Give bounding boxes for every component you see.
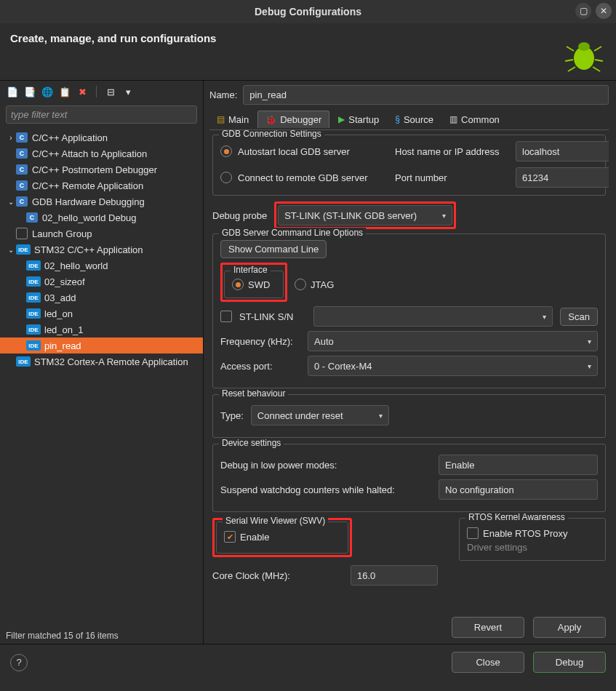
- reset-type-select[interactable]: Connect under reset▾: [251, 405, 389, 426]
- tab-debugger[interactable]: 🐞Debugger: [257, 111, 329, 128]
- apply-button[interactable]: Apply: [533, 617, 606, 638]
- tree-item[interactable]: C02_hello_world Debug: [0, 209, 203, 225]
- tree-item-label: C/C++ Application: [32, 132, 108, 143]
- tree-item[interactable]: ›CC/C++ Application: [0, 129, 203, 145]
- swv-legend: Serial Wire Viewer (SWV): [223, 516, 328, 526]
- gdb-connection-legend: GDB Connection Settings: [219, 130, 324, 139]
- new-config-icon[interactable]: 📄: [6, 85, 19, 98]
- autostart-radio[interactable]: [220, 145, 232, 157]
- frequency-label: Frequency (kHz):: [220, 336, 300, 347]
- new-prototype-icon[interactable]: 📑: [23, 85, 36, 98]
- tab-main[interactable]: ▤Main: [209, 111, 256, 128]
- port-input[interactable]: [516, 167, 609, 188]
- tree-item[interactable]: IDEled_on: [0, 305, 203, 321]
- autostart-label: Autostart local GDB server: [238, 146, 391, 157]
- window-maximize-button[interactable]: ▢: [575, 3, 591, 19]
- connect-remote-label: Connect to remote GDB server: [238, 172, 391, 183]
- tab-common[interactable]: ▥Common: [442, 111, 507, 128]
- tree-item[interactable]: IDE02_hello_world: [0, 257, 203, 273]
- frequency-select[interactable]: Auto▾: [308, 331, 598, 351]
- gdb-server-cmd-group: GDB Server Command Line Options Show Com…: [212, 233, 606, 388]
- stlink-sn-label: ST-LINK S/N: [239, 311, 306, 322]
- tree-item-label: led_on: [44, 308, 73, 319]
- filter-input[interactable]: [6, 105, 197, 124]
- svg-line-5: [595, 60, 603, 61]
- swv-enable-checkbox[interactable]: ✔: [224, 531, 236, 543]
- collapse-all-icon[interactable]: ⊟: [104, 85, 117, 98]
- chevron-down-icon: ▾: [588, 362, 591, 370]
- window-close-button[interactable]: ✕: [596, 3, 612, 19]
- tree-item[interactable]: CC/C++ Remote Application: [0, 177, 203, 193]
- dialog-footer: ? Close Debug: [0, 644, 616, 680]
- stlink-sn-checkbox[interactable]: [220, 311, 232, 322]
- tree-item[interactable]: IDEpin_read: [0, 337, 203, 354]
- twisty-icon: ⌄: [6, 246, 16, 254]
- jtag-radio[interactable]: [295, 279, 306, 290]
- tree-item-label: 03_add: [44, 292, 76, 303]
- c-icon: C: [16, 148, 28, 159]
- chevron-down-icon: ▾: [543, 313, 546, 321]
- svg-line-4: [565, 60, 573, 61]
- gdb-cmd-legend: GDB Server Command Line Options: [219, 228, 366, 238]
- scan-button[interactable]: Scan: [560, 308, 598, 326]
- tab-bar: ▤Main 🐞Debugger ▶Startup §Source ▥Common: [209, 109, 609, 130]
- stlink-sn-select[interactable]: ▾: [313, 306, 553, 327]
- tree-item-label: C/C++ Attach to Application: [32, 148, 147, 159]
- swd-radio[interactable]: [232, 279, 244, 290]
- core-clock-input[interactable]: [351, 565, 438, 586]
- tree-item[interactable]: Launch Group: [0, 225, 203, 241]
- connect-remote-radio[interactable]: [220, 172, 232, 183]
- config-tree[interactable]: ›CC/C++ ApplicationCC/C++ Attach to Appl…: [0, 127, 203, 628]
- watchdog-label: Suspend watchdog counters while halted:: [220, 484, 439, 495]
- delete-icon[interactable]: ✖: [76, 85, 89, 98]
- rtos-enable-checkbox[interactable]: [467, 527, 479, 539]
- access-port-label: Access port:: [220, 361, 300, 372]
- svg-line-7: [593, 67, 600, 71]
- debug-button[interactable]: Debug: [533, 652, 606, 673]
- close-button[interactable]: Close: [452, 652, 524, 673]
- bug-icon: 🐞: [265, 115, 276, 125]
- reset-legend: Reset behaviour: [219, 388, 288, 399]
- tree-item[interactable]: IDESTM32 Cortex-A Remote Application: [0, 354, 203, 370]
- rtos-legend: RTOS Kernel Awareness: [465, 512, 568, 522]
- watchdog-select[interactable]: No configuration: [439, 479, 598, 500]
- tree-item[interactable]: CC/C++ Postmortem Debugger: [0, 161, 203, 177]
- access-port-select[interactable]: 0 - Cortex-M4▾: [308, 356, 598, 376]
- tree-item[interactable]: ⌄CGDB Hardware Debugging: [0, 193, 203, 209]
- tree-item-label: 02_hello_world Debug: [42, 212, 136, 223]
- duplicate-icon[interactable]: 📋: [58, 85, 71, 98]
- chevron-down-icon: ▾: [588, 337, 591, 346]
- device-settings-group: Device settings Debug in low power modes…: [212, 444, 606, 512]
- c-icon: C: [16, 196, 28, 207]
- tree-item-label: C/C++ Postmortem Debugger: [32, 164, 157, 175]
- low-power-select[interactable]: Enable: [439, 455, 598, 475]
- tab-startup[interactable]: ▶Startup: [331, 111, 386, 128]
- debug-probe-label: Debug probe: [212, 210, 267, 221]
- host-input[interactable]: [516, 141, 609, 161]
- tree-item-label: 02_hello_world: [44, 260, 108, 271]
- tree-item[interactable]: CC/C++ Attach to Application: [0, 145, 203, 161]
- host-label: Host name or IP address: [395, 146, 511, 157]
- filter-icon[interactable]: ▾: [121, 85, 135, 98]
- swv-enable-label: Enable: [240, 532, 269, 543]
- device-legend: Device settings: [219, 438, 284, 448]
- revert-button[interactable]: Revert: [452, 617, 524, 638]
- help-icon[interactable]: ?: [10, 654, 28, 671]
- ide-icon: IDE: [26, 324, 41, 335]
- tree-item[interactable]: ⌄IDESTM32 C/C++ Application: [0, 241, 203, 257]
- c-icon: C: [26, 212, 38, 223]
- gdb-connection-group: GDB Connection Settings Autostart local …: [212, 135, 606, 196]
- tree-item[interactable]: IDEled_on_1: [0, 321, 203, 337]
- jtag-label: JTAG: [311, 279, 334, 290]
- tree-item-label: STM32 C/C++ Application: [34, 244, 143, 255]
- export-icon[interactable]: 🌐: [41, 85, 54, 98]
- rtos-enable-label: Enable RTOS Proxy: [483, 528, 568, 539]
- tree-item[interactable]: IDE03_add: [0, 289, 203, 305]
- debug-probe-select[interactable]: ST-LINK (ST-LINK GDB server) ▾: [278, 205, 452, 225]
- show-command-line-button[interactable]: Show Command Line: [220, 240, 327, 258]
- core-clock-label: Core Clock (MHz):: [212, 570, 343, 581]
- name-input[interactable]: [243, 85, 609, 105]
- tree-item[interactable]: IDE02_sizeof: [0, 273, 203, 289]
- configurations-left-pane: 📄 📑 🌐 📋 ✖ ⊟ ▾ ›CC/C++ ApplicationCC/C++ …: [0, 81, 204, 644]
- tab-source[interactable]: §Source: [388, 111, 441, 128]
